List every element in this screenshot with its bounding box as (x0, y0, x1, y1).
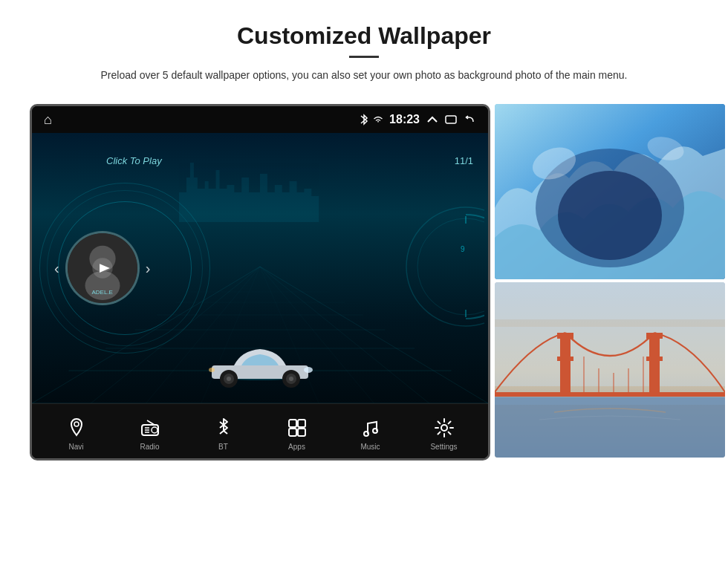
svg-rect-71 (495, 282, 725, 319)
svg-point-49 (441, 425, 447, 431)
svg-rect-45 (289, 429, 296, 436)
title-divider (349, 56, 379, 58)
svg-rect-65 (646, 357, 663, 361)
bluetooth-icon (359, 114, 369, 126)
car-svg (201, 330, 319, 389)
music-icon (359, 416, 383, 440)
status-left: ⌂ (44, 112, 52, 128)
svg-point-38 (152, 427, 157, 433)
wifi-icon (373, 115, 383, 124)
navi-icon (65, 416, 88, 440)
wallpaper-thumb-bridge[interactable] (495, 282, 725, 458)
gauge-right: 9 (395, 192, 484, 344)
nav-label-music: Music (360, 443, 380, 451)
home-status-icon: ⌂ (44, 112, 52, 127)
svg-point-47 (364, 432, 368, 436)
svg-point-25 (227, 377, 231, 381)
nav-label-navi: Navi (68, 443, 83, 451)
svg-point-52 (558, 171, 662, 260)
prev-arrow[interactable]: ‹ (54, 260, 59, 277)
nav-label-bt: BT (218, 443, 228, 451)
next-arrow[interactable]: › (146, 260, 151, 277)
status-right: 18:23 (359, 113, 476, 126)
page-description: Preload over 5 default wallpaper options… (100, 67, 627, 83)
svg-rect-56 (495, 397, 725, 458)
nav-label-radio: Radio (140, 443, 159, 451)
page-container: Customized Wallpaper Preload over 5 defa… (0, 0, 728, 563)
window-icon (445, 115, 457, 124)
svg-rect-46 (298, 429, 305, 436)
content-area: ⌂ 18:23 (30, 104, 698, 461)
nav-item-apps[interactable]: Apps (260, 416, 334, 451)
settings-icon (432, 416, 456, 440)
svg-point-30 (209, 368, 215, 372)
status-time: 18:23 (389, 113, 420, 126)
nav-bar: Navi Radio (32, 403, 488, 461)
back-icon (463, 114, 476, 125)
svg-rect-44 (298, 420, 305, 427)
status-bar: ⌂ 18:23 (32, 106, 488, 133)
nav-label-settings: Settings (430, 443, 457, 451)
wallpaper-thumb-ice[interactable] (495, 104, 725, 279)
wallpaper-thumbnails (495, 104, 725, 461)
car-container (201, 330, 319, 392)
svg-rect-63 (649, 333, 660, 394)
date-display: 11/1 (455, 155, 473, 166)
radio-icon (138, 416, 162, 440)
nav-item-bt[interactable]: BT (186, 416, 260, 451)
svg-rect-43 (289, 420, 296, 427)
bt-nav-icon (212, 416, 235, 440)
svg-point-29 (304, 367, 313, 373)
nav-item-music[interactable]: Music (334, 416, 407, 451)
album-circle: ADEL.E (65, 231, 140, 305)
svg-point-36 (74, 422, 79, 426)
svg-text:9: 9 (461, 245, 465, 253)
nav-item-radio[interactable]: Radio (113, 416, 186, 451)
music-player: ‹ ADEL.E › (54, 231, 150, 305)
svg-point-48 (373, 429, 377, 433)
svg-point-28 (289, 377, 293, 381)
title-section: Customized Wallpaper Preload over 5 defa… (100, 22, 627, 97)
device-screen: ⌂ 18:23 (30, 104, 490, 461)
nav-item-navi[interactable]: Navi (39, 416, 113, 451)
click-to-play-label: Click To Play (106, 155, 162, 166)
nav-item-settings[interactable]: Settings (407, 416, 481, 451)
status-icons (359, 114, 383, 126)
svg-rect-37 (142, 425, 158, 435)
svg-rect-62 (557, 357, 573, 361)
nav-label-apps: Apps (288, 443, 305, 451)
up-arrows-icon (426, 114, 439, 125)
svg-rect-59 (495, 392, 725, 397)
svg-rect-0 (446, 116, 456, 123)
album-label: ADEL.E (91, 289, 112, 296)
svg-rect-60 (560, 333, 571, 394)
page-title: Customized Wallpaper (100, 22, 627, 50)
apps-icon (285, 416, 309, 440)
device-main: Click To Play 11/1 ‹ (32, 133, 488, 403)
svg-point-32 (417, 218, 484, 315)
svg-point-31 (406, 207, 484, 326)
